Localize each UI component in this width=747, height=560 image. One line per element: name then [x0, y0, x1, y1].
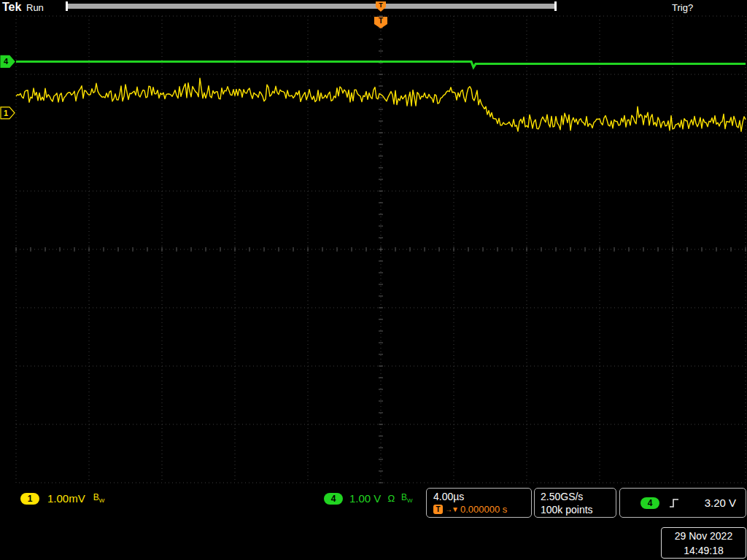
horizontal-readout[interactable]: 4.00µs T →▼ 0.000000 s: [426, 488, 532, 518]
delay-value: 0.000000 s: [460, 503, 507, 516]
delay-arrow-icon: →▼: [445, 503, 458, 516]
svg-text:T: T: [379, 17, 383, 25]
svg-text:1: 1: [4, 109, 8, 117]
scope-display: 41 T: [0, 0, 747, 560]
delay-trigger-icon: T: [433, 505, 443, 514]
oscilloscope-screen: 41 T Tek Run T Trig? 1 1.00mV BW 4 1.00 …: [0, 0, 747, 560]
time-text: 14:49:18: [662, 543, 746, 558]
ch1-readout[interactable]: 1 1.00mV BW: [20, 492, 104, 505]
sample-rate: 2.50GS/s: [541, 490, 610, 503]
ch4-badge: 4: [324, 493, 343, 505]
trigger-level: 3.20 V: [705, 497, 736, 509]
trigger-status: Trig?: [672, 2, 693, 13]
ch1-bandwidth-icon: BW: [93, 492, 105, 504]
datetime-display: 29 Nov 2022 14:49:18: [661, 527, 746, 559]
tek-logo: Tek: [2, 1, 21, 14]
record-view-bar[interactable]: T: [66, 4, 557, 9]
timebase-scale: 4.00µs: [433, 490, 525, 503]
acquisition-readout[interactable]: 2.50GS/s 100k points: [534, 488, 616, 518]
ch4-impedance-icon: Ω: [387, 493, 395, 504]
ch4-bandwidth-icon: BW: [401, 492, 413, 504]
ch4-readout[interactable]: 4 1.00 V Ω BW: [324, 492, 413, 505]
date-text: 29 Nov 2022: [662, 529, 746, 543]
horizontal-delay: T →▼ 0.000000 s: [433, 503, 525, 516]
svg-text:4: 4: [4, 57, 9, 66]
ch1-scale: 1.00mV: [47, 492, 85, 505]
channel-position-markers[interactable]: 41: [1, 55, 15, 118]
waveform-ch4: [16, 61, 746, 67]
trigger-slope-icon: [669, 497, 679, 509]
ch1-badge: 1: [20, 493, 39, 505]
record-start-bracket: [66, 1, 68, 11]
acquisition-status: Run: [26, 2, 44, 13]
trigger-position-marker[interactable]: T: [374, 17, 387, 28]
record-length: 100k points: [541, 503, 610, 516]
ch4-scale: 1.00 V: [349, 492, 381, 505]
trigger-source-badge: 4: [640, 497, 659, 509]
record-end-bracket: [554, 1, 557, 11]
trigger-readout[interactable]: 4 3.20 V: [619, 488, 746, 518]
